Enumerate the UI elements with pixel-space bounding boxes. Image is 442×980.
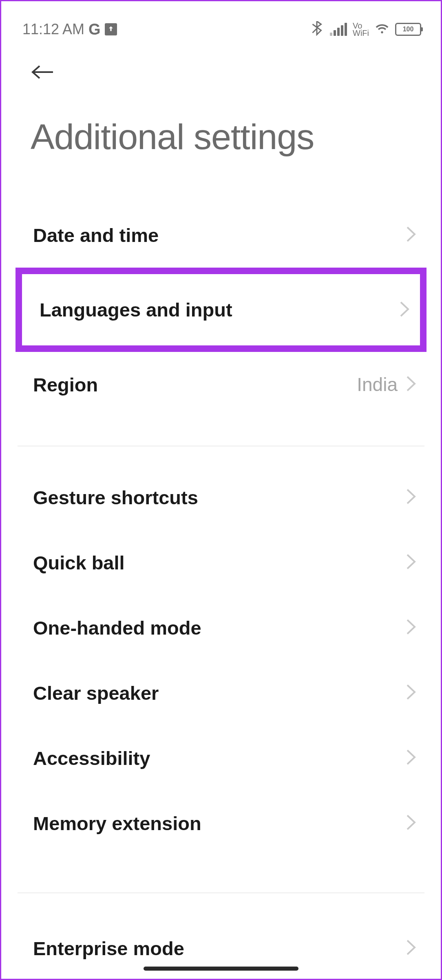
setting-label: Accessibility (33, 747, 150, 769)
vowifi-icon: Vo WiFi (353, 22, 369, 37)
setting-one-handed[interactable]: One-handed mode (1, 595, 441, 660)
divider (18, 446, 424, 446)
google-icon: G (88, 21, 101, 38)
divider (18, 892, 424, 893)
chevron-right-icon (406, 939, 416, 958)
page-title: Additional settings (1, 83, 441, 158)
settings-list: Date and time Languages and input Region… (1, 158, 441, 980)
chevron-right-icon (406, 375, 416, 394)
setting-label: Date and time (33, 224, 159, 246)
chevron-right-icon (406, 749, 416, 767)
setting-label: Languages and input (40, 299, 232, 321)
setting-region[interactable]: Region India (1, 352, 441, 417)
arrow-left-icon (31, 62, 55, 82)
chevron-right-icon (406, 226, 416, 244)
upload-icon (105, 23, 117, 35)
setting-gesture-shortcuts[interactable]: Gesture shortcuts (1, 465, 441, 530)
bluetooth-icon (309, 21, 324, 37)
setting-label: Enterprise mode (33, 937, 184, 960)
setting-languages-input[interactable]: Languages and input (22, 274, 420, 345)
setting-clear-speaker[interactable]: Clear speaker (1, 660, 441, 725)
status-bar: 11:12 AM G Vo WiFi 100 (1, 1, 441, 42)
home-indicator[interactable] (144, 967, 298, 971)
setting-date-time[interactable]: Date and time (1, 202, 441, 268)
chevron-right-icon (406, 683, 416, 702)
setting-label: Clear speaker (33, 682, 159, 704)
setting-label: Region (33, 374, 98, 396)
setting-memory-extension[interactable]: Memory extension (1, 791, 441, 856)
status-right: Vo WiFi 100 (309, 21, 421, 37)
chevron-right-icon (406, 618, 416, 637)
wifi-icon (375, 21, 389, 37)
setting-label: Memory extension (33, 812, 201, 835)
setting-quick-ball[interactable]: Quick ball (1, 530, 441, 595)
setting-label: One-handed mode (33, 617, 201, 639)
status-left: 11:12 AM G (22, 21, 117, 38)
chevron-right-icon (399, 301, 410, 319)
battery-icon: 100 (395, 23, 421, 36)
settings-group: Gesture shortcuts Quick ball One-handed … (1, 465, 441, 856)
setting-label: Gesture shortcuts (33, 486, 198, 509)
chevron-right-icon (406, 553, 416, 572)
chevron-right-icon (406, 488, 416, 507)
setting-value: India (357, 374, 398, 396)
highlight-languages-input: Languages and input (15, 268, 427, 352)
setting-accessibility[interactable]: Accessibility (1, 725, 441, 791)
status-time: 11:12 AM (22, 21, 84, 38)
setting-label: Quick ball (33, 552, 125, 574)
back-button[interactable] (1, 42, 441, 83)
signal-icon (330, 23, 347, 36)
chevron-right-icon (406, 814, 416, 833)
